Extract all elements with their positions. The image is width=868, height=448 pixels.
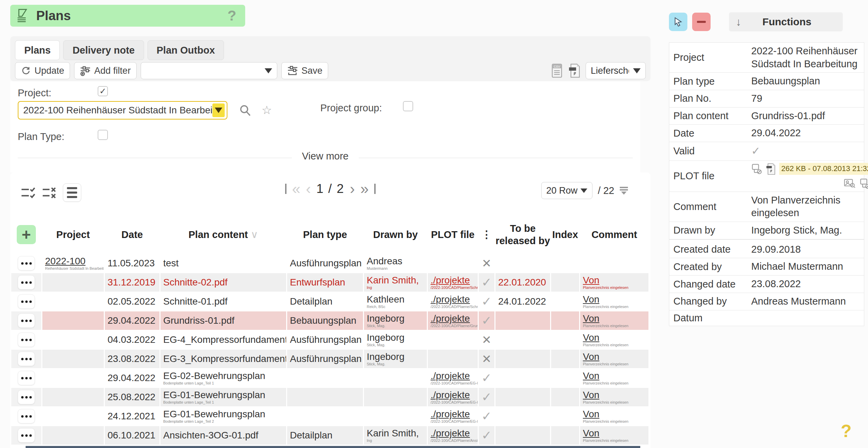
- released-check-icon: ✓: [481, 428, 492, 442]
- row-menu-button[interactable]: [18, 352, 35, 366]
- table-row[interactable]: 29.04.2022 EG-02-BewehrungsplanBodenplat…: [11, 369, 648, 387]
- comment-link[interactable]: Von: [583, 352, 648, 362]
- page-separator: /: [328, 182, 332, 196]
- row-menu-button[interactable]: [18, 390, 35, 404]
- comment-link[interactable]: Von: [583, 390, 648, 400]
- add-plan-button[interactable]: +: [17, 225, 36, 244]
- project-link[interactable]: 2022-100: [45, 256, 104, 266]
- tab-delivery-note[interactable]: Delivery note: [63, 40, 144, 60]
- plot-file-link[interactable]: ./projekte: [431, 409, 478, 419]
- detail-row: PLOT file 262 KB - 07.08.2013 21:32: [669, 161, 864, 192]
- rows-per-page-select[interactable]: 20 Row: [541, 182, 592, 199]
- column-header-drawn-by[interactable]: Drawn by: [364, 216, 427, 253]
- column-header-project[interactable]: Project: [42, 216, 104, 253]
- column-header-date[interactable]: Date: [105, 216, 159, 253]
- plot-file-link[interactable]: ./projekte: [431, 428, 478, 438]
- select-mode-button[interactable]: [669, 13, 687, 31]
- table-row[interactable]: 04.03.2022 EG-4_Kompressorfundament Ausf…: [11, 331, 648, 349]
- comment-link[interactable]: Von: [583, 409, 648, 419]
- preview-image-icon[interactable]: [844, 178, 855, 190]
- column-header-index[interactable]: Index: [551, 216, 579, 253]
- tab-plans[interactable]: Plans: [15, 40, 60, 60]
- favorite-star-icon[interactable]: ☆: [262, 103, 272, 117]
- project-search-icon[interactable]: [238, 104, 252, 117]
- project-combo-select[interactable]: 2022-100 Reihenhäuser Südstadt In Bearbe…: [18, 101, 227, 120]
- detail-value: 29.09.2018: [751, 241, 864, 258]
- plan-date: 25.08.2022: [108, 392, 159, 402]
- functions-dropdown[interactable]: ↓ Functions: [729, 12, 843, 31]
- plan-type-checkbox[interactable]: [98, 130, 108, 140]
- detail-row: Date 29.04.2022: [669, 125, 864, 142]
- table-row[interactable]: 29.04.2022 Grundriss-01.pdf Bebauungspla…: [11, 311, 648, 330]
- comment-link[interactable]: Von: [583, 275, 648, 285]
- filter-preset-select[interactable]: [141, 62, 277, 79]
- project-group-checkbox[interactable]: [403, 101, 413, 111]
- row-menu-button[interactable]: [18, 275, 35, 290]
- plot-file-row-2: [751, 178, 868, 190]
- update-button[interactable]: Update: [15, 62, 70, 79]
- project-filter-checkbox[interactable]: ✓: [98, 86, 108, 96]
- page-indicator: 1 / 2: [317, 182, 345, 196]
- add-filter-button[interactable]: Add filter: [74, 62, 137, 79]
- table-row[interactable]: 31.12.2019 Schnitte-02.pdf Entwurfsplan …: [11, 273, 648, 292]
- first-page-button[interactable]: «: [292, 181, 300, 196]
- last-page-button[interactable]: »: [360, 181, 368, 196]
- plot-file-link[interactable]: ./projekte: [431, 294, 478, 304]
- report-type-select[interactable]: Lieferschein: [586, 62, 646, 79]
- comment-link[interactable]: Von: [583, 333, 648, 342]
- column-header-plan-type[interactable]: Plan type: [287, 216, 363, 253]
- detach-file-icon[interactable]: [859, 178, 868, 190]
- plot-file-link[interactable]: ./projekte: [431, 371, 478, 381]
- table-bottom-scrollbar[interactable]: [26, 446, 640, 448]
- detach-file-icon[interactable]: [751, 163, 763, 175]
- row-menu-button[interactable]: [18, 256, 35, 270]
- table-row[interactable]: 24.12.2021 EG-01-BewehrungsplanBodenplat…: [11, 407, 648, 425]
- tab-strip: Plans Delivery note Plan Outbox Update A…: [10, 36, 650, 81]
- comment-link[interactable]: Von: [583, 294, 648, 304]
- plot-file-link[interactable]: ./projekte: [431, 390, 478, 400]
- comment-link[interactable]: Von: [583, 313, 648, 323]
- column-header-comment[interactable]: Comment: [580, 216, 648, 253]
- row-menu-button[interactable]: [18, 428, 35, 443]
- row-menu-button[interactable]: [18, 313, 35, 328]
- detail-label: PLOT file: [669, 170, 751, 182]
- column-header-plan-content[interactable]: Plan content∨: [160, 216, 286, 253]
- combo-dropdown-icon[interactable]: [212, 103, 225, 117]
- plot-file-link[interactable]: ./projekte: [431, 313, 478, 323]
- row-menu-button[interactable]: [18, 371, 35, 385]
- column-header-status[interactable]: ⋮: [479, 216, 494, 253]
- prev-page-button[interactable]: ‹: [306, 181, 311, 196]
- comment-link[interactable]: Von: [583, 371, 648, 381]
- row-menu-button[interactable]: [18, 409, 35, 423]
- export-pdf-button[interactable]: [568, 63, 582, 78]
- table-row[interactable]: 25.08.2022 EG-01-BewehrungsplanBodenplat…: [11, 388, 648, 406]
- open-pdf-icon[interactable]: [766, 163, 776, 175]
- plot-file-link[interactable]: ./projekte: [431, 275, 478, 285]
- corner-help-icon[interactable]: ?: [841, 421, 852, 441]
- view-more-link[interactable]: View more: [292, 151, 359, 162]
- drawn-by-subtext: Mustermann: [367, 266, 427, 270]
- table-row[interactable]: 02.05.2022 Schnitte-01.pdf Detailplan Ka…: [11, 292, 648, 311]
- tab-plan-outbox[interactable]: Plan Outbox: [148, 40, 224, 60]
- collapse-list-icon[interactable]: [620, 187, 628, 195]
- table-row[interactable]: 06.10.2021 Ansichten-3OG-01.pdf Detailpl…: [11, 426, 648, 445]
- table-row[interactable]: 2022-100Reihenhäuser Südstadt In Bearbei…: [11, 254, 648, 272]
- row-menu-button[interactable]: [18, 333, 35, 347]
- plan-content: Ansichten-3OG-01.pdf: [163, 430, 286, 440]
- remove-button[interactable]: [692, 13, 711, 31]
- save-button[interactable]: Save: [281, 62, 328, 79]
- export-csv-button[interactable]: CSV: [550, 63, 564, 78]
- drawn-by-subtext: Stick, Mag.: [367, 343, 427, 347]
- detail-value: 262 KB - 07.08.2013 21:32: [751, 161, 868, 192]
- row-menu-button[interactable]: [18, 294, 35, 309]
- table-row[interactable]: 23.08.2022 EG-3_Kompressorfundament Ausf…: [11, 350, 648, 368]
- comment-link[interactable]: Von: [583, 428, 648, 438]
- column-header-plot-file[interactable]: PLOT file: [428, 216, 478, 253]
- page-help-icon[interactable]: ?: [227, 8, 236, 24]
- detail-value: Andreas Mustermann: [751, 293, 864, 310]
- plan-content: EG-4_Kompressorfundament: [163, 335, 286, 345]
- drawn-by: Kathleen: [367, 294, 427, 304]
- last-page-bar: [374, 184, 376, 194]
- next-page-button[interactable]: ›: [350, 181, 355, 196]
- column-header-to-be-released-by[interactable]: To be released by: [495, 216, 550, 253]
